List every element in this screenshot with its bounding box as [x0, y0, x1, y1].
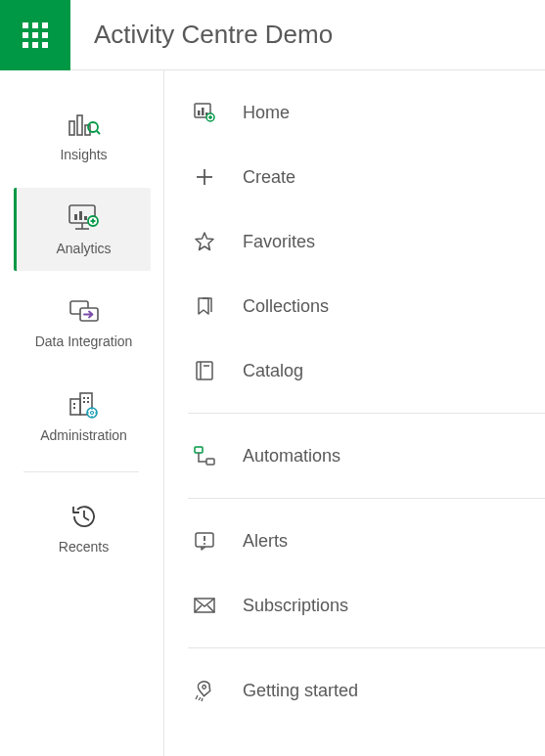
menu-item-label: Favorites: [243, 232, 315, 252]
plus-icon: [192, 164, 217, 190]
menu-item-alerts[interactable]: Alerts: [164, 509, 545, 573]
sidebar-item-data-integration[interactable]: Data Integration: [14, 281, 151, 365]
sidebar-item-recents[interactable]: Recents: [14, 486, 151, 570]
menu-item-label: Create: [243, 167, 295, 188]
svg-rect-21: [87, 397, 89, 399]
home-icon: [192, 100, 217, 125]
svg-rect-9: [79, 211, 82, 220]
menu-divider: [188, 498, 545, 499]
sidebar-item-label: Recents: [21, 539, 147, 556]
sidebar-item-label: Data Integration: [21, 334, 147, 351]
menu-item-favorites[interactable]: Favorites: [164, 209, 545, 274]
recents-icon: [21, 500, 147, 533]
menu-item-collections[interactable]: Collections: [164, 274, 545, 338]
svg-rect-22: [83, 401, 85, 403]
menu-item-subscriptions[interactable]: Subscriptions: [164, 573, 545, 638]
menu-item-label: Home: [243, 103, 290, 123]
analytics-icon: [21, 201, 147, 235]
menu-item-getting-started[interactable]: Getting started: [164, 658, 545, 723]
svg-line-4: [97, 131, 100, 134]
sidebar-item-label: Administration: [21, 427, 147, 445]
menu-item-home[interactable]: Home: [164, 80, 545, 145]
svg-rect-1: [77, 115, 82, 135]
svg-line-31: [84, 517, 89, 520]
svg-rect-19: [73, 407, 75, 409]
automations-icon: [192, 443, 217, 468]
svg-rect-41: [197, 362, 212, 379]
sidebar-item-insights[interactable]: Insights: [14, 94, 151, 178]
header-bar: Activity Centre Demo: [0, 0, 545, 70]
administration-icon: [21, 388, 147, 422]
sidebar-item-label: Analytics: [21, 241, 147, 258]
svg-rect-33: [198, 111, 201, 115]
svg-rect-34: [202, 108, 204, 115]
svg-rect-10: [84, 216, 87, 220]
svg-point-48: [204, 543, 205, 545]
menu-item-catalog[interactable]: Catalog: [164, 338, 545, 403]
menu-item-label: Collections: [243, 296, 329, 317]
apps-grid-icon: [23, 22, 48, 48]
envelope-icon: [192, 593, 217, 618]
menu-item-label: Alerts: [243, 531, 288, 552]
rocket-icon: [192, 678, 217, 703]
body: Insights Analytics: [0, 70, 545, 756]
menu-item-label: Subscriptions: [243, 596, 348, 616]
svg-rect-0: [69, 121, 74, 135]
menu-divider: [188, 647, 545, 648]
svg-rect-44: [195, 447, 203, 453]
menu-item-label: Catalog: [243, 361, 303, 381]
svg-rect-8: [74, 214, 77, 220]
star-icon: [192, 229, 217, 254]
data-integration-icon: [21, 294, 147, 328]
sidebar: Insights Analytics: [0, 70, 164, 756]
alert-icon: [192, 528, 217, 554]
menu-item-label: Automations: [243, 446, 341, 467]
menu-item-automations[interactable]: Automations: [164, 423, 545, 488]
insights-icon: [21, 108, 147, 141]
svg-rect-23: [87, 401, 89, 403]
svg-rect-45: [206, 459, 214, 465]
svg-point-50: [202, 685, 206, 689]
menu-item-create[interactable]: Create: [164, 145, 545, 209]
svg-rect-20: [83, 397, 85, 399]
sidebar-item-analytics[interactable]: Analytics: [14, 188, 151, 272]
menu-item-label: Getting started: [243, 681, 358, 701]
page-title: Activity Centre Demo: [94, 20, 333, 50]
sidebar-item-label: Insights: [21, 147, 147, 164]
app-launcher-button[interactable]: [0, 0, 70, 70]
content-menu: Home Create Favorites: [164, 70, 545, 756]
svg-rect-18: [73, 403, 75, 405]
sidebar-divider: [23, 471, 139, 472]
sidebar-item-administration[interactable]: Administration: [14, 375, 151, 459]
catalog-icon: [192, 358, 217, 383]
bookmarks-icon: [192, 293, 217, 319]
menu-divider: [188, 413, 545, 414]
